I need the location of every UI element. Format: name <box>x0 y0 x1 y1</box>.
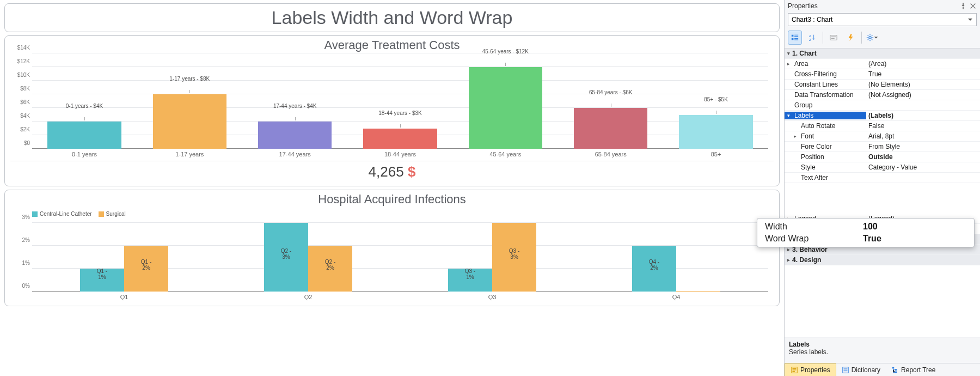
chart1-xaxis: 0-1 years 1-17 years 17-44 years 18-44 y… <box>32 149 768 160</box>
bar <box>469 67 542 149</box>
bar-label: Q3 -3% <box>509 248 519 260</box>
description-head: Labels <box>789 341 976 348</box>
chart2-xaxis: Q1 Q2 Q3 Q4 <box>32 292 768 302</box>
prop-auto-rotate[interactable]: Auto RotateFalse <box>785 121 980 131</box>
categorized-button[interactable] <box>788 31 802 45</box>
prop-text-after[interactable]: Text After <box>785 173 980 183</box>
chart1-summary: 4,265 $ <box>10 161 774 183</box>
xtick: Q4 <box>672 294 681 300</box>
ytick: 2% <box>22 236 30 242</box>
prop-style[interactable]: StyleCategory - Value <box>785 162 980 173</box>
legend-label: Central-Line Catheter <box>40 211 92 217</box>
legend-item: Surgical <box>99 211 126 217</box>
tab-properties[interactable]: Properties <box>785 363 836 376</box>
chart-average-treatment-costs[interactable]: Average Treatment Costs $0 $2K $4K $6K $… <box>4 35 780 186</box>
category-design[interactable]: ▸4. Design <box>785 255 980 265</box>
tab-dictionary[interactable]: Dictionary <box>836 363 886 376</box>
settings-button[interactable] <box>865 31 879 45</box>
property-grid[interactable]: ▾1. Chart ▸Area(Area) Cross-FilteringTru… <box>785 48 980 337</box>
tab-report-tree[interactable]: Report Tree <box>886 363 941 376</box>
chart2-yaxis: 0% 1% 2% 3% <box>10 218 32 292</box>
bar-label: Q4 -2% <box>649 259 659 271</box>
object-selector[interactable]: Chart3 : Chart <box>788 13 977 26</box>
pin-icon[interactable] <box>959 2 967 10</box>
property-tooltip: Width100 Word WrapTrue <box>757 218 975 247</box>
svg-rect-21 <box>895 371 897 373</box>
tab-label: Dictionary <box>852 366 880 374</box>
ytick: $8K <box>20 86 30 92</box>
ytick: $10K <box>17 72 30 78</box>
chart2-title: Hospital Acquired Infections <box>10 190 774 208</box>
xtick: 45-64 years <box>489 151 521 157</box>
summary-value: 4,265 <box>369 163 404 180</box>
xtick: 85+ <box>711 151 721 157</box>
chart1-yaxis: $0 $2K $4K $6K $8K $10K $12K $14K <box>10 53 32 149</box>
legend-swatch <box>32 211 38 217</box>
chart2-legend: Central-Line Catheter Surgical <box>10 208 774 218</box>
events-button[interactable] <box>844 31 858 45</box>
xtick: 0-1 years <box>72 151 97 157</box>
ytick: $6K <box>20 99 30 105</box>
legend-swatch <box>99 211 104 217</box>
ytick: 0% <box>22 283 30 289</box>
ytick: $12K <box>17 58 30 64</box>
svg-rect-19 <box>892 367 895 368</box>
bar <box>363 129 437 149</box>
bar-label: 1-17 years - $8K <box>169 76 210 82</box>
prop-constant-lines[interactable]: Constant Lines(No Elements) <box>785 80 980 90</box>
report-title: Labels Width and Word Wrap <box>5 7 779 28</box>
properties-panel: Properties Chart3 : Chart AZ ▾1. Chart ▸… <box>784 0 980 376</box>
close-icon[interactable] <box>969 2 977 10</box>
xtick: 65-84 years <box>595 151 627 157</box>
svg-rect-8 <box>830 35 837 40</box>
bar-label: Q1 -1% <box>97 268 107 280</box>
bar <box>153 94 226 149</box>
svg-rect-16 <box>842 367 848 373</box>
svg-rect-10 <box>831 38 835 39</box>
prop-data-transformation[interactable]: Data Transformation(Not Assigned) <box>785 90 980 100</box>
svg-rect-1 <box>794 35 798 35</box>
chart-hospital-acquired-infections[interactable]: Hospital Acquired Infections Central-Lin… <box>4 190 780 306</box>
alphabetical-button[interactable]: AZ <box>805 31 819 45</box>
prop-labels[interactable]: ▾Labels(Labels) <box>785 111 980 121</box>
ytick: $2K <box>20 126 30 132</box>
category-chart[interactable]: ▾1. Chart <box>785 48 980 59</box>
svg-text:Z: Z <box>809 38 811 41</box>
xtick: Q2 <box>304 294 313 300</box>
svg-rect-0 <box>792 35 794 37</box>
chevron-down-icon <box>874 35 878 40</box>
bar <box>47 122 121 149</box>
xtick: Q1 <box>120 294 128 300</box>
xtick: Q3 <box>488 294 497 300</box>
prop-position[interactable]: PositionOutside <box>785 152 980 162</box>
bottom-tabs: Properties Dictionary Report Tree <box>785 363 980 376</box>
localize-button[interactable] <box>826 31 841 45</box>
svg-rect-20 <box>895 369 897 371</box>
prop-cross-filtering[interactable]: Cross-FilteringTrue <box>785 69 980 80</box>
bar-label: 85+ - $5K <box>704 96 728 102</box>
svg-rect-5 <box>794 40 798 40</box>
svg-rect-9 <box>831 37 836 37</box>
summary-currency: $ <box>408 163 415 180</box>
legend-item: Central-Line Catheter <box>32 211 92 217</box>
bar-label: 65-84 years - $6K <box>589 89 633 95</box>
svg-rect-3 <box>792 38 794 40</box>
svg-text:A: A <box>809 34 812 38</box>
svg-rect-15 <box>793 371 795 372</box>
prop-fore-color[interactable]: Fore ColorFrom Style <box>785 142 980 152</box>
svg-rect-14 <box>793 369 797 370</box>
legend-label: Surgical <box>106 211 126 217</box>
tooltip-value: True <box>863 234 881 244</box>
bar-label: 18-44 years - $3K <box>378 110 422 116</box>
svg-rect-17 <box>843 368 847 369</box>
prop-group[interactable]: Group <box>785 100 980 111</box>
prop-font[interactable]: ▸FontArial, 8pt <box>785 131 980 142</box>
chart2-plot: 0% 1% 2% 3% Q1 -1% Q1 -2% Q2 -3% Q2 -2% … <box>32 218 768 292</box>
svg-rect-18 <box>843 370 847 371</box>
xtick: 1-17 years <box>175 151 204 157</box>
tree-icon <box>891 366 899 374</box>
bar-label: Q1 -2% <box>141 259 151 271</box>
object-selector-value: Chart3 : Chart <box>792 16 832 23</box>
prop-area[interactable]: ▸Area(Area) <box>785 59 980 69</box>
ytick: $14K <box>17 45 30 51</box>
